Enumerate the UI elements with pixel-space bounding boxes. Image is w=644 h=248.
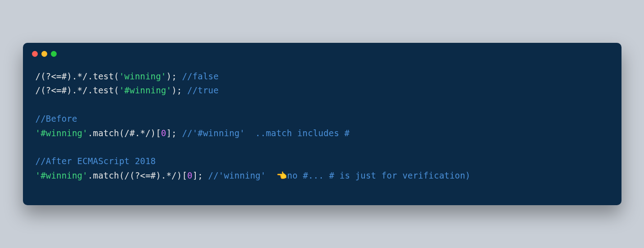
code-token: 'winning' — [119, 71, 167, 81]
window-titlebar — [23, 43, 621, 60]
code-token: .match(/(?<=#).*/)[ — [88, 170, 187, 180]
code-line: /(?<=#).*/.test('winning'); //false — [36, 69, 609, 83]
code-line: //Before — [36, 112, 609, 126]
code-token: 0 — [187, 170, 193, 180]
minimize-icon[interactable] — [41, 51, 47, 57]
code-token: //true — [187, 85, 219, 95]
code-token: 0 — [161, 128, 167, 138]
code-token — [36, 142, 41, 152]
code-token: ); — [171, 85, 187, 95]
code-token: '#winning' — [36, 128, 88, 138]
code-token: //'winning' 👈no #... # is just for verif… — [208, 170, 471, 180]
code-token: //Before — [36, 114, 77, 124]
code-token: //'#winning' ..match includes # — [182, 128, 349, 138]
code-window: /(?<=#).*/.test('winning'); //false/(?<=… — [23, 43, 621, 205]
code-token: /(?<=#).*/.test( — [36, 85, 119, 95]
code-line: /(?<=#).*/.test('#winning'); //true — [36, 83, 609, 97]
code-line — [36, 98, 609, 112]
code-block: /(?<=#).*/.test('winning'); //false/(?<=… — [23, 60, 621, 187]
code-token — [36, 100, 41, 110]
code-line: '#winning'.match(/(?<=#).*/)[0]; //'winn… — [36, 169, 609, 183]
code-line: '#winning'.match(/#.*/)[0]; //'#winning'… — [36, 126, 609, 140]
code-token: ); — [167, 71, 182, 81]
code-line — [36, 140, 609, 154]
code-token: ]; — [166, 128, 182, 138]
code-token: /(?<=#).*/.test( — [36, 71, 119, 81]
code-line: //After ECMAScript 2018 — [36, 154, 609, 168]
close-icon[interactable] — [32, 51, 38, 57]
code-token: ]; — [193, 170, 208, 180]
code-token: '#winning' — [119, 85, 171, 95]
maximize-icon[interactable] — [51, 51, 57, 57]
code-token: '#winning' — [36, 170, 88, 180]
code-token: //false — [182, 71, 218, 81]
code-token: //After ECMAScript 2018 — [36, 156, 156, 166]
code-token: .match(/#.*/)[ — [88, 128, 161, 138]
